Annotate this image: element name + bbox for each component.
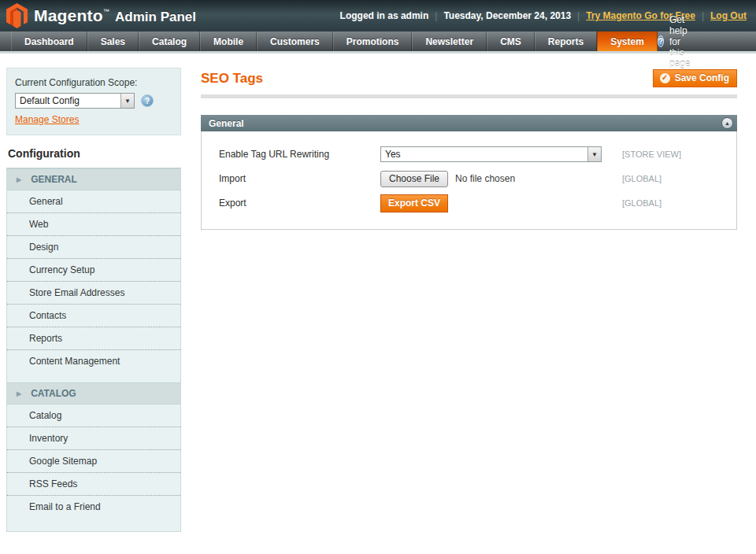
field-label: Export	[219, 198, 380, 209]
scope-select-value: Default Config	[16, 94, 120, 108]
sidebar-item-email-to-a-friend[interactable]: Email to a Friend	[7, 496, 180, 518]
logo: Magento™ Admin Panel	[6, 3, 196, 28]
save-config-button[interactable]: ✓ Save Config	[653, 69, 737, 87]
export-csv-button[interactable]: Export CSV	[380, 194, 448, 212]
form-row-import: Import Choose File No file chosen [GLOBA…	[219, 169, 721, 188]
nav-item-mobile[interactable]: Mobile	[200, 31, 257, 51]
file-status-text: No file chosen	[455, 173, 515, 184]
field-label: Import	[219, 173, 380, 184]
scope-select[interactable]: Default Config ▼	[15, 93, 135, 109]
general-panel-header[interactable]: General ▲	[201, 115, 737, 131]
menu-section-catalog[interactable]: ▶ CATALOG	[7, 382, 180, 404]
save-config-label: Save Config	[675, 72, 729, 83]
nav-item-customers[interactable]: Customers	[257, 31, 333, 51]
configuration-menu: ▶ GENERAL General Web Design Currency Se…	[6, 168, 181, 532]
menu-section-title: GENERAL	[31, 174, 77, 185]
form-row-export: Export Export CSV [GLOBAL]	[219, 194, 721, 212]
field-label: Enable Tag URL Rewriting	[219, 149, 380, 160]
configuration-scope-box: Current Configuration Scope: Default Con…	[6, 68, 181, 135]
logo-trademark: ™	[103, 8, 109, 15]
sidebar-item-inventory[interactable]: Inventory	[7, 427, 180, 450]
select-value: Yes	[381, 147, 587, 161]
scope-badge: [GLOBAL]	[622, 198, 662, 208]
magento-logo-icon	[6, 3, 28, 28]
nav-item-sales[interactable]: Sales	[87, 31, 139, 51]
main-navigation: Dashboard Sales Catalog Mobile Customers…	[0, 31, 756, 54]
collapse-icon[interactable]: ▲	[721, 117, 733, 129]
configuration-heading: Configuration	[6, 135, 181, 168]
separator: |	[435, 10, 437, 21]
scope-badge: [STORE VIEW]	[622, 150, 681, 159]
scope-label: Current Configuration Scope:	[15, 77, 172, 88]
nav-item-newsletter[interactable]: Newsletter	[412, 31, 487, 51]
scope-help-icon[interactable]: ?	[141, 94, 154, 107]
log-out-link[interactable]: Log Out	[710, 10, 747, 21]
chevron-down-icon: ▼	[587, 147, 601, 161]
sidebar-item-contacts[interactable]: Contacts	[7, 305, 180, 327]
sidebar-item-store-email-addresses[interactable]: Store Email Addresses	[7, 282, 180, 305]
chevron-down-icon: ▼	[120, 94, 134, 108]
get-help-label: Get help for this page	[669, 14, 696, 69]
nav-item-dashboard[interactable]: Dashboard	[11, 31, 87, 51]
sidebar-item-currency-setup[interactable]: Currency Setup	[7, 259, 180, 282]
scope-badge: [GLOBAL]	[622, 174, 662, 183]
logo-subtitle: Admin Panel	[115, 9, 196, 24]
sidebar-item-catalog[interactable]: Catalog	[7, 404, 180, 427]
sidebar-item-design[interactable]: Design	[7, 236, 180, 259]
sidebar: Current Configuration Scope: Default Con…	[6, 68, 181, 532]
sidebar-item-general[interactable]: General	[7, 190, 180, 213]
chevron-right-icon: ▶	[17, 390, 21, 397]
page-title: SEO Tags	[201, 71, 263, 87]
top-header-bar: Magento™ Admin Panel Logged in as admin …	[0, 0, 756, 31]
enable-tag-url-rewriting-select[interactable]: Yes ▼	[380, 146, 602, 162]
logged-in-text: Logged in as admin	[340, 10, 429, 21]
general-panel: General ▲ Enable Tag URL Rewriting Yes ▼…	[201, 115, 737, 230]
sidebar-item-reports[interactable]: Reports	[7, 327, 180, 350]
sidebar-item-content-management[interactable]: Content Management	[7, 350, 180, 372]
current-date: Tuesday, December 24, 2013	[443, 10, 571, 21]
check-icon: ✓	[660, 73, 670, 83]
sidebar-item-google-sitemap[interactable]: Google Sitemap	[7, 450, 180, 473]
main-content: SEO Tags ✓ Save Config General ▲ Enable …	[201, 68, 737, 532]
nav-item-cms[interactable]: CMS	[487, 31, 535, 51]
separator: |	[577, 10, 580, 21]
form-row-enable-tag-url-rewriting: Enable Tag URL Rewriting Yes ▼ [STORE VI…	[219, 145, 721, 164]
sidebar-item-web[interactable]: Web	[7, 213, 180, 236]
get-help-link[interactable]: ? Get help for this page	[658, 31, 756, 51]
manage-stores-link[interactable]: Manage Stores	[15, 114, 79, 125]
nav-item-reports[interactable]: Reports	[535, 31, 597, 51]
logo-title: Magento	[34, 6, 103, 24]
menu-section-general[interactable]: ▶ GENERAL	[7, 168, 180, 190]
sidebar-item-rss-feeds[interactable]: RSS Feeds	[7, 473, 180, 496]
panel-title: General	[209, 118, 244, 129]
separator: |	[702, 10, 704, 21]
title-divider	[201, 94, 737, 98]
help-icon: ?	[658, 35, 664, 47]
nav-item-catalog[interactable]: Catalog	[139, 31, 200, 51]
nav-item-promotions[interactable]: Promotions	[333, 31, 413, 51]
general-fieldset: Enable Tag URL Rewriting Yes ▼ [STORE VI…	[201, 131, 737, 230]
nav-item-system[interactable]: System	[597, 31, 658, 51]
choose-file-button[interactable]: Choose File	[380, 171, 448, 187]
chevron-right-icon: ▶	[17, 176, 21, 183]
menu-section-title: CATALOG	[31, 388, 76, 399]
